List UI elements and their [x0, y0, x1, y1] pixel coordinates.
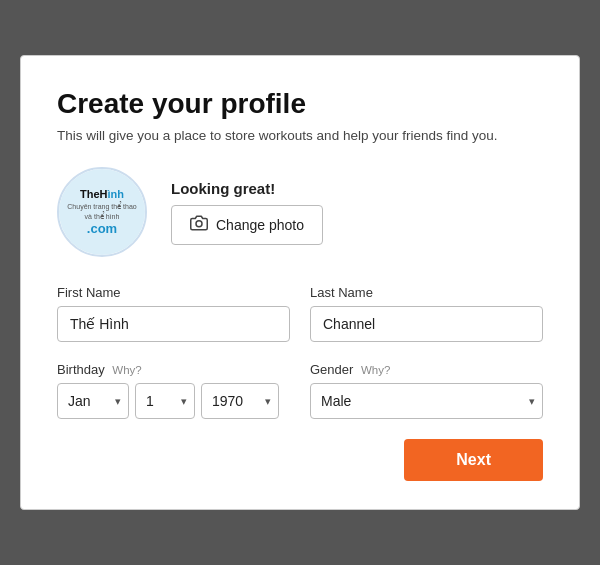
first-name-group: First Name [57, 285, 290, 342]
day-select[interactable]: 12345 678910 [135, 383, 195, 419]
last-name-group: Last Name [310, 285, 543, 342]
profile-row: TheHình Chuyên trang thể thaovà thể hình… [57, 167, 543, 257]
avatar-brand-colored: ình [108, 188, 125, 200]
page-subtitle: This will give you a place to store work… [57, 128, 543, 143]
page-title: Create your profile [57, 88, 543, 120]
looking-great-text: Looking great! [171, 180, 323, 197]
gender-group: Gender Why? MaleFemaleOther ▾ [310, 362, 543, 419]
gender-wrapper: MaleFemaleOther ▾ [310, 383, 543, 419]
avatar-inner: TheHình Chuyên trang thể thaovà thể hình… [59, 169, 145, 255]
gender-label: Gender Why? [310, 362, 543, 377]
svg-point-0 [196, 220, 202, 226]
change-photo-button[interactable]: Change photo [171, 205, 323, 245]
birthday-gender-row: Birthday Why? JanFebMarApr MayJunJulAug … [57, 362, 543, 419]
avatar-brand-top: TheHình [80, 188, 124, 200]
last-name-label: Last Name [310, 285, 543, 300]
photo-info: Looking great! Change photo [171, 180, 323, 245]
birthday-why: Why? [112, 364, 141, 376]
first-name-label: First Name [57, 285, 290, 300]
profile-card: Create your profile This will give you a… [20, 55, 580, 510]
change-photo-label: Change photo [216, 217, 304, 233]
day-wrapper: 12345 678910 ▾ [135, 383, 195, 419]
gender-why: Why? [361, 364, 390, 376]
next-button[interactable]: Next [404, 439, 543, 481]
year-wrapper: 197019711972198019902000 ▾ [201, 383, 279, 419]
avatar-tagline: Chuyên trang thể thaovà thể hình [67, 202, 136, 220]
year-select[interactable]: 197019711972198019902000 [201, 383, 279, 419]
month-select[interactable]: JanFebMarApr MayJunJulAug SepOctNovDec [57, 383, 129, 419]
footer-row: Next [57, 439, 543, 481]
birthday-label: Birthday Why? [57, 362, 290, 377]
gender-select[interactable]: MaleFemaleOther [310, 383, 543, 419]
month-wrapper: JanFebMarApr MayJunJulAug SepOctNovDec ▾ [57, 383, 129, 419]
name-row: First Name Last Name [57, 285, 543, 342]
camera-icon [190, 214, 208, 236]
avatar-brand-bottom: .com [87, 221, 117, 236]
birthday-group: Birthday Why? JanFebMarApr MayJunJulAug … [57, 362, 290, 419]
avatar: TheHình Chuyên trang thể thaovà thể hình… [57, 167, 147, 257]
birthday-inputs: JanFebMarApr MayJunJulAug SepOctNovDec ▾… [57, 383, 290, 419]
last-name-input[interactable] [310, 306, 543, 342]
first-name-input[interactable] [57, 306, 290, 342]
